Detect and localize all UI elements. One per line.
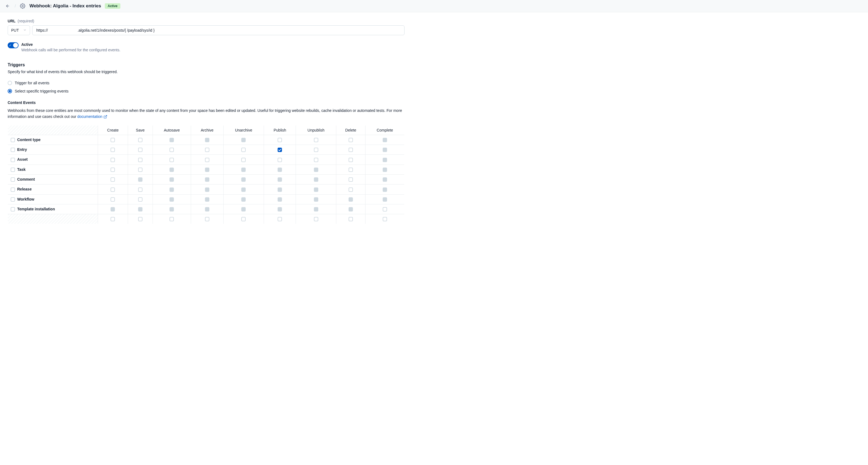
event-cell [223, 204, 264, 214]
event-cell [264, 135, 296, 145]
event-checkbox[interactable] [138, 138, 143, 142]
event-checkbox [314, 197, 318, 202]
event-checkbox[interactable] [111, 167, 115, 172]
event-checkbox[interactable] [111, 217, 115, 221]
event-checkbox[interactable] [138, 158, 143, 162]
event-checkbox[interactable] [348, 148, 353, 152]
event-cell [191, 155, 223, 164]
event-cell [128, 194, 153, 204]
event-checkbox[interactable] [169, 217, 174, 221]
event-checkbox[interactable] [348, 177, 353, 182]
event-checkbox[interactable] [111, 148, 115, 152]
event-checkbox[interactable] [278, 158, 282, 162]
event-cell [191, 164, 223, 175]
event-checkbox[interactable] [111, 158, 115, 162]
row-checkbox[interactable] [11, 187, 15, 192]
event-cell [153, 155, 191, 164]
event-cell [98, 175, 128, 184]
event-checkbox[interactable] [205, 148, 209, 152]
event-checkbox[interactable] [383, 207, 387, 212]
event-checkbox[interactable] [348, 167, 353, 172]
event-checkbox [241, 187, 246, 192]
event-checkbox[interactable] [348, 138, 353, 142]
row-label-text: Template installation [17, 207, 55, 211]
event-checkbox [314, 167, 318, 172]
event-checkbox[interactable] [278, 217, 282, 221]
event-cell [191, 204, 223, 214]
url-label: URL (required) [8, 19, 405, 23]
event-checkbox [348, 197, 353, 202]
svg-point-1 [22, 5, 23, 7]
event-checkbox[interactable] [205, 217, 209, 221]
event-checkbox[interactable] [138, 148, 143, 152]
event-checkbox[interactable] [169, 148, 174, 152]
row-checkbox[interactable] [11, 138, 15, 142]
row-checkbox[interactable] [11, 177, 15, 182]
row-label-cell: Task [8, 164, 98, 175]
toggle-knob [13, 43, 18, 48]
row-checkbox[interactable] [11, 158, 15, 162]
event-checkbox [138, 177, 143, 182]
row-checkbox[interactable] [11, 167, 15, 172]
event-cell [153, 145, 191, 155]
event-cell [191, 175, 223, 184]
column-header: Unarchive [223, 125, 264, 135]
event-checkbox[interactable] [169, 158, 174, 162]
row-checkbox[interactable] [11, 197, 15, 202]
event-cell [296, 175, 336, 184]
trigger-all-option[interactable]: Trigger for all events [8, 81, 405, 85]
event-checkbox[interactable] [314, 138, 318, 142]
event-checkbox[interactable] [138, 217, 143, 221]
event-checkbox[interactable] [111, 177, 115, 182]
row-label-cell: Entry [8, 145, 98, 155]
event-checkbox [111, 207, 115, 212]
event-cell [153, 194, 191, 204]
check-icon: ✓ [9, 44, 11, 47]
event-checkbox[interactable] [314, 148, 318, 152]
event-checkbox[interactable] [138, 197, 143, 202]
event-checkbox[interactable] [241, 158, 246, 162]
row-checkbox[interactable] [11, 148, 15, 152]
event-checkbox[interactable] [241, 148, 246, 152]
event-cell [153, 184, 191, 194]
back-button[interactable] [4, 3, 11, 9]
event-cell [264, 155, 296, 164]
event-checkbox[interactable] [111, 197, 115, 202]
event-checkbox[interactable] [278, 148, 282, 152]
event-checkbox [383, 158, 387, 162]
row-label-cell: Release [8, 184, 98, 194]
breadcrumb-separator: / [15, 4, 16, 8]
documentation-link[interactable]: documentation [77, 114, 107, 120]
trigger-specific-option[interactable]: Select specific triggering events [8, 89, 405, 93]
event-checkbox[interactable] [111, 138, 115, 142]
event-checkbox[interactable] [241, 217, 246, 221]
event-cell [98, 204, 128, 214]
event-checkbox [314, 207, 318, 212]
column-header: Delete [336, 125, 365, 135]
event-checkbox[interactable] [348, 187, 353, 192]
event-checkbox[interactable] [314, 158, 318, 162]
event-checkbox [169, 207, 174, 212]
http-method-select[interactable]: PUT [8, 25, 30, 35]
event-checkbox[interactable] [278, 138, 282, 142]
column-header: Autosave [153, 125, 191, 135]
event-cell [128, 164, 153, 175]
event-checkbox [241, 138, 246, 142]
event-checkbox[interactable] [138, 187, 143, 192]
event-cell [128, 145, 153, 155]
event-checkbox[interactable] [348, 158, 353, 162]
active-toggle[interactable]: ✓ [8, 42, 19, 48]
event-cell [128, 184, 153, 194]
event-checkbox[interactable] [383, 217, 387, 221]
event-checkbox[interactable] [111, 187, 115, 192]
url-input[interactable] [32, 25, 405, 35]
event-cell [264, 145, 296, 155]
event-checkbox[interactable] [138, 167, 143, 172]
event-cell [128, 214, 153, 224]
event-checkbox[interactable] [314, 217, 318, 221]
row-checkbox[interactable] [11, 207, 15, 212]
row-label-text: Task [17, 167, 26, 172]
event-cell [223, 194, 264, 204]
event-checkbox[interactable] [205, 158, 209, 162]
event-checkbox[interactable] [348, 217, 353, 221]
